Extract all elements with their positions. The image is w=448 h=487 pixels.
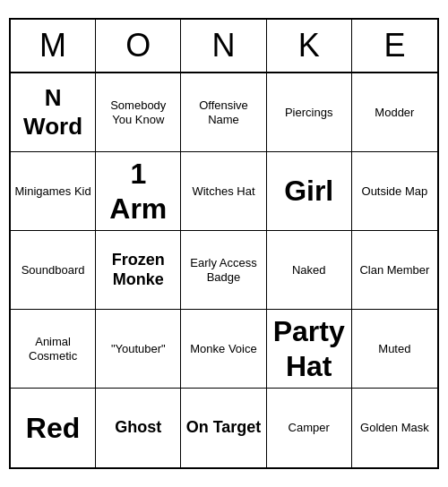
bingo-cell-16: "Youtuber" xyxy=(96,310,181,389)
bingo-cell-0: N Word xyxy=(11,73,96,152)
bingo-cell-10: Soundboard xyxy=(11,231,96,310)
header-cell-n: N xyxy=(181,20,266,72)
header-cell-e: E xyxy=(352,20,437,72)
header-cell-k: K xyxy=(267,20,352,72)
bingo-cell-7: Witches Hat xyxy=(181,152,266,231)
bingo-cell-4: Modder xyxy=(352,73,437,152)
bingo-cell-8: Girl xyxy=(267,152,352,231)
bingo-cell-3: Piercings xyxy=(267,73,352,152)
bingo-cell-24: Golden Mask xyxy=(352,389,437,467)
bingo-cell-15: Animal Cosmetic xyxy=(11,310,96,389)
bingo-cell-22: On Target xyxy=(181,389,266,467)
bingo-cell-2: Offensive Name xyxy=(181,73,266,152)
bingo-cell-18: Party Hat xyxy=(267,310,352,389)
bingo-cell-5: Minigames Kid xyxy=(11,152,96,231)
bingo-cell-11: Frozen Monke xyxy=(96,231,181,310)
header-cell-m: M xyxy=(11,20,96,72)
bingo-cell-23: Camper xyxy=(267,389,352,467)
bingo-cell-1: Somebody You Know xyxy=(96,73,181,152)
bingo-cell-12: Early Access Badge xyxy=(181,231,266,310)
bingo-grid: N WordSomebody You KnowOffensive NamePie… xyxy=(11,73,437,467)
bingo-cell-19: Muted xyxy=(352,310,437,389)
bingo-card: MONKE N WordSomebody You KnowOffensive N… xyxy=(9,18,439,469)
header-row: MONKE xyxy=(11,20,437,73)
bingo-cell-6: 1 Arm xyxy=(96,152,181,231)
bingo-cell-20: Red xyxy=(11,389,96,467)
header-cell-o: O xyxy=(96,20,181,72)
bingo-cell-9: Outside Map xyxy=(352,152,437,231)
bingo-cell-17: Monke Voice xyxy=(181,310,266,389)
bingo-cell-13: Naked xyxy=(267,231,352,310)
bingo-cell-14: Clan Member xyxy=(352,231,437,310)
bingo-cell-21: Ghost xyxy=(96,389,181,467)
